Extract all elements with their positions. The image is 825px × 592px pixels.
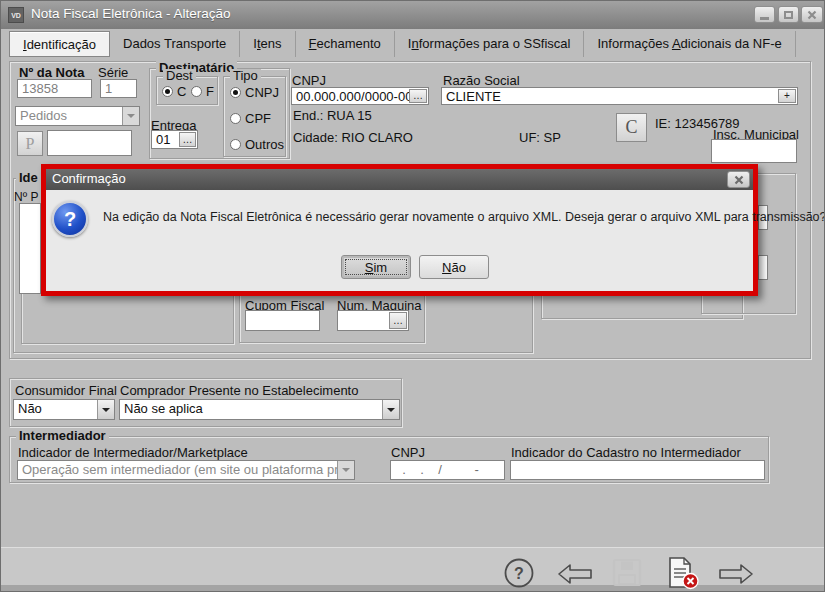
entrega-field[interactable]: 01 … [151, 130, 198, 149]
identificacao-sub-title: Ide [16, 171, 41, 185]
numero-nota-label: Nº da Nota [19, 65, 84, 80]
intermediador-title: Intermediador [16, 429, 109, 443]
numero-nota-field[interactable]: 13858 [17, 79, 92, 98]
num-maquina-field[interactable]: … [337, 310, 409, 331]
serie-label: Série [98, 65, 128, 80]
intermediador-cnpj-field[interactable]: . . / - [390, 460, 505, 480]
pedido-list-fragment[interactable] [19, 203, 41, 294]
cupom-fiscal-field[interactable] [245, 310, 320, 331]
consumidor-final-label: Consumidor Final [15, 383, 117, 398]
comprador-presente-dropdown[interactable]: Não se aplica [119, 399, 400, 420]
save-icon [612, 558, 642, 587]
endereco-text: End.: RUA 15 [293, 108, 372, 123]
window-title: Nota Fiscal Eletrônica - Alteração [31, 6, 231, 21]
dest-title: Dest [163, 69, 196, 83]
question-icon: ? [52, 201, 88, 237]
dest-radio-f[interactable]: F [191, 84, 214, 99]
entrega-browse-button[interactable]: … [179, 132, 196, 147]
tab-informacoes-adicionais[interactable]: Informações Adicionais da NF-e [584, 31, 795, 57]
tab-bar: Identificação Dados Transporte Itens Fec… [9, 31, 796, 58]
no-button[interactable]: Não [419, 255, 489, 279]
cancel-document-icon [663, 556, 701, 590]
intermediador-cnpj-label: CNPJ [391, 445, 425, 460]
tipo-radio-cpf[interactable]: CPF [230, 111, 271, 126]
maximize-button[interactable] [778, 6, 799, 23]
close-icon [734, 175, 744, 185]
num-maquina-browse-button[interactable]: … [389, 312, 407, 329]
dialog-titlebar: Confirmação [46, 169, 753, 190]
indicador-cadastro-field[interactable] [510, 460, 765, 480]
indicador-intermediador-label: Indicador de Intermediador/Marketplace [18, 445, 248, 460]
dest-radio-c[interactable]: C [162, 84, 186, 99]
chevron-down-icon [97, 400, 114, 419]
save-button[interactable] [612, 558, 642, 590]
close-button[interactable] [801, 6, 823, 23]
back-button[interactable] [557, 563, 593, 588]
confirmation-dialog: Confirmação ? Na edição da Nota Fiscal E… [41, 164, 758, 296]
bottom-toolbar [1, 547, 825, 585]
tab-informacoes-ssfiscal[interactable]: Informações para o SSfiscal [395, 31, 585, 57]
comprador-presente-label: Comprador Presente no Estabelecimento [120, 383, 358, 398]
radio-icon [230, 139, 241, 150]
cnpj-field[interactable]: 00.000.000/0000-00 … [291, 87, 429, 105]
chevron-down-icon [382, 400, 399, 419]
pedidos-dropdown[interactable]: Pedidos [15, 106, 140, 126]
maximize-icon [784, 11, 793, 19]
razao-social-field[interactable]: CLIENTE + [441, 87, 798, 105]
cnpj-label: CNPJ [292, 73, 326, 88]
titlebar: VD Nota Fiscal Eletrônica - Alteração [1, 1, 824, 29]
indicador-cadastro-label: Indicador do Cadastro no Intermediador [511, 445, 741, 460]
tab-fechamento[interactable]: Fechamento [296, 31, 395, 57]
tipo-title: Tipo [230, 69, 261, 83]
tab-dados-transporte[interactable]: Dados Transporte [110, 31, 240, 57]
tipo-radio-cnpj[interactable]: CNPJ [230, 85, 279, 100]
forward-arrow-icon [718, 563, 754, 585]
cidade-text: Cidade: RIO CLARO [293, 130, 413, 145]
p-button[interactable]: P [17, 131, 43, 156]
tipo-radio-outros[interactable]: Outros [230, 137, 284, 152]
yes-button[interactable]: Sim [341, 255, 411, 279]
chevron-down-icon [122, 107, 139, 125]
razao-social-label: Razão Social [443, 73, 520, 88]
help-icon: ? [503, 557, 535, 589]
c-button[interactable]: C [616, 113, 647, 142]
app-icon: VD [8, 7, 24, 23]
radio-icon [230, 113, 241, 124]
tab-itens[interactable]: Itens [240, 31, 295, 57]
radio-icon [162, 86, 173, 97]
consumidor-final-dropdown[interactable]: Não [13, 399, 115, 420]
numero-pedido-label: Nº P [14, 190, 38, 204]
dialog-close-button[interactable] [727, 171, 750, 188]
razao-social-expand-button[interactable]: + [778, 89, 796, 103]
minimize-button[interactable] [754, 6, 775, 23]
hidden-field-fragment [758, 255, 768, 280]
minimize-icon [760, 17, 769, 20]
help-button[interactable]: ? [503, 557, 535, 592]
radio-icon [191, 86, 202, 97]
svg-text:?: ? [514, 565, 524, 582]
indicador-intermediador-dropdown[interactable]: Operação sem intermediador (em site ou p… [17, 460, 355, 480]
app-window: VD Nota Fiscal Eletrônica - Alteração Id… [0, 0, 825, 592]
dialog-message: Na edição da Nota Fiscal Eletrônica é ne… [103, 210, 825, 224]
uf-text: UF: SP [519, 130, 561, 145]
close-icon [807, 10, 817, 20]
pedido-numero-field[interactable] [47, 130, 132, 156]
bottom-band [1, 585, 825, 592]
chevron-down-icon [337, 461, 354, 479]
back-arrow-icon [557, 563, 593, 585]
insc-municipal-field[interactable] [711, 139, 797, 163]
cancel-document-button[interactable] [663, 556, 701, 592]
serie-field[interactable]: 1 [100, 79, 137, 98]
tab-identificacao[interactable]: Identificação [9, 31, 110, 57]
cnpj-browse-button[interactable]: … [409, 89, 427, 103]
radio-icon [230, 87, 241, 98]
forward-button[interactable] [718, 563, 754, 588]
